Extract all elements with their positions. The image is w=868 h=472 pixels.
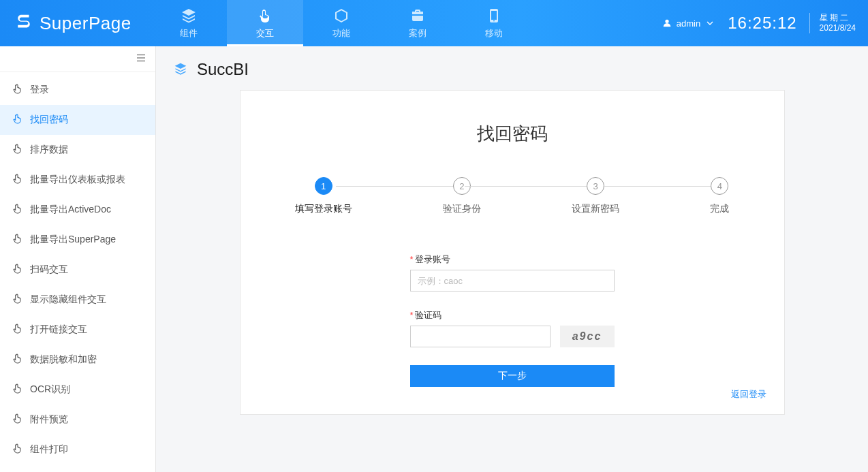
sidebar-item-open-link[interactable]: 打开链接交互 [0,315,155,345]
sidebar-item-export-dashboard[interactable]: 批量导出仪表板或报表 [0,165,155,195]
hand-icon [12,294,23,306]
user-name: admin [677,18,700,29]
sidebar-item-attachment[interactable]: 附件预览 [0,405,155,435]
top-right: admin 16:25:12 星 期 二 2021/8/24 [662,0,868,46]
captcha-image[interactable]: a9cc [560,326,615,347]
sidebar-item-label: 附件预览 [30,413,68,426]
user-menu[interactable]: admin [662,18,715,29]
sidebar-item-label: 打开链接交互 [30,324,87,336]
topnav-components[interactable]: 组件 [151,0,227,46]
sidebar-item-scan[interactable]: 扫码交互 [0,255,155,285]
content: SuccBI 找回密码 1填写登录账号2验证身份3设置新密码4完成 *登录账号 … [156,46,868,472]
topnav-interact[interactable]: 交互 [227,0,303,46]
title-row: SuccBI [174,60,850,79]
sidebar-item-label: 批量导出ActiveDoc [30,204,111,216]
topnav-mobile[interactable]: 移动 [456,0,532,46]
sidebar-list: 登录找回密码排序数据批量导出仪表板或报表批量导出ActiveDoc批量导出Sup… [0,72,155,465]
topnav-label: 功能 [332,27,350,40]
layers-icon [180,7,198,25]
step-4: 4完成 [710,177,729,215]
step-connector [603,186,726,187]
chevron-down-icon [704,18,715,29]
topnav-label: 移动 [485,27,503,40]
layers-icon [174,62,187,78]
logo-icon [14,12,34,35]
sidebar-item-label: 组件打印 [30,443,68,456]
page-title: SuccBI [197,60,249,79]
step-label: 填写登录账号 [295,203,352,215]
step-label: 完成 [710,203,729,215]
sidebar-item-sort-data[interactable]: 排序数据 [0,135,155,165]
sidebar-item-comp-print[interactable]: 组件打印 [0,435,155,465]
sidebar-item-label: 显示隐藏组件交互 [30,294,106,306]
clock-datestr: 2021/8/24 [820,23,856,33]
tap-icon [256,7,274,25]
input-account[interactable] [410,270,615,292]
sidebar-item-label: 登录 [30,84,49,96]
sidebar-item-label: OCR识别 [30,383,70,396]
briefcase-icon [409,7,427,25]
brand[interactable]: SuperPage [0,0,151,46]
topnav-label: 交互 [256,27,274,40]
sidebar-item-export-superpage[interactable]: 批量导出SuperPage [0,225,155,255]
topnav: 组件 交互 功能 案例 移动 [151,0,532,46]
sidebar-item-ocr[interactable]: OCR识别 [0,375,155,405]
step-circle: 3 [587,177,604,195]
hand-icon [12,264,23,277]
step-connector [336,186,459,187]
clock-date: 星 期 二 2021/8/24 [809,13,856,33]
hand-icon [12,234,23,247]
sidebar-item-label: 批量导出仪表板或报表 [30,174,125,186]
sidebar-item-export-activedoc[interactable]: 批量导出ActiveDoc [0,195,155,225]
hand-icon [12,84,23,97]
sidebar-item-mask-encrypt[interactable]: 数据脱敏和加密 [0,345,155,375]
topnav-label: 案例 [409,27,427,40]
step-circle: 1 [315,177,332,195]
topnav-label: 组件 [180,27,198,40]
hand-icon [12,383,23,396]
label-account: *登录账号 [410,253,615,266]
workspace: 登录找回密码排序数据批量导出仪表板或报表批量导出ActiveDoc批量导出Sup… [0,46,868,472]
hand-icon [12,324,23,336]
sidebar-item-label: 找回密码 [30,114,68,126]
card-heading: 找回密码 [268,122,757,146]
form: *登录账号 *验证码 a9cc 下一步 [410,253,615,387]
topbar: SuperPage 组件 交互 功能 案例 [0,0,868,46]
step-label: 验证身份 [443,203,481,215]
label-captcha: *验证码 [410,309,615,321]
step-label: 设置新密码 [572,203,619,215]
sidebar-item-reset-password[interactable]: 找回密码 [0,105,155,135]
input-captcha[interactable] [410,326,551,347]
card: 找回密码 1填写登录账号2验证身份3设置新密码4完成 *登录账号 *验证码 a9… [240,90,785,415]
step-connector [465,186,588,187]
step-circle: 4 [711,177,728,195]
sidebar: 登录找回密码排序数据批量导出仪表板或报表批量导出ActiveDoc批量导出Sup… [0,46,156,472]
back-to-login-link[interactable]: 返回登录 [731,388,766,400]
hand-icon [12,443,23,456]
topnav-cases[interactable]: 案例 [379,0,456,46]
user-icon [662,18,672,29]
cube-icon [332,7,350,25]
step-1: 1填写登录账号 [295,177,352,215]
clock-weekday: 星 期 二 [820,13,856,23]
hand-icon [12,114,23,127]
step-2: 2验证身份 [443,177,481,215]
hand-icon [12,353,23,366]
field-captcha: *验证码 a9cc [410,309,615,347]
hand-icon [12,174,23,187]
hand-icon [12,413,23,426]
topnav-features[interactable]: 功能 [303,0,379,46]
step-3: 3设置新密码 [572,177,619,215]
sidebar-item-label: 数据脱敏和加密 [30,353,97,366]
sidebar-item-login[interactable]: 登录 [0,75,155,105]
next-button[interactable]: 下一步 [410,365,615,387]
mobile-icon [485,7,503,25]
sidebar-item-label: 扫码交互 [30,264,68,276]
sidebar-item-label: 排序数据 [30,144,68,156]
sidebar-item-show-hide[interactable]: 显示隐藏组件交互 [0,285,155,315]
clock-time: 16:25:12 [728,14,796,33]
sidebar-item-label: 批量导出SuperPage [30,234,116,246]
menu-toggle-icon[interactable] [135,52,147,66]
field-account: *登录账号 [410,253,615,292]
sidebar-header [0,46,155,72]
